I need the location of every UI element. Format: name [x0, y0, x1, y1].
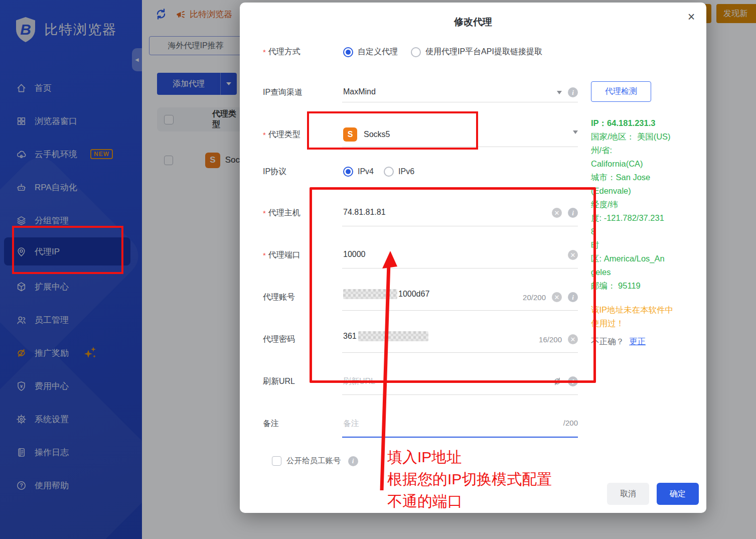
field-label-refresh-url: 刷新URL: [263, 376, 295, 387]
ip-line: 国家/地区： 美国(US): [591, 130, 691, 144]
ip-line: (Edenvale): [591, 184, 691, 198]
radio-api-extract-label: 使用代理IP平台API提取链接提取: [425, 47, 542, 57]
required-asterisk: *: [263, 209, 266, 217]
proxy-type-select[interactable]: S Socks5: [343, 127, 390, 142]
input-underline-focused: [342, 437, 578, 438]
ip-line: 州/省:: [591, 144, 691, 157]
remark-trailing: /200: [563, 419, 578, 427]
proxy-pass-trailing: 16/200 ✕: [539, 334, 578, 344]
socks5-badge-icon: S: [343, 127, 357, 142]
proxy-user-trailing: 20/200 ✕ i: [523, 292, 578, 302]
annotation-note: 填入IP地址 根据您的IP切换模式配置 不通的端口: [387, 446, 552, 512]
field-label-proxy-mode: * 代理方式: [263, 47, 300, 57]
ip-line: 城市：San Jose: [591, 171, 691, 184]
share-to-staff-row: 公开给员工账号 i: [272, 456, 358, 466]
radio-ipv4[interactable]: [343, 167, 353, 177]
char-counter: /200: [563, 419, 578, 427]
close-icon[interactable]: ×: [683, 9, 699, 25]
radio-ipv4-label: IPv4: [358, 167, 374, 176]
proxy-type-value: Socks5: [364, 130, 390, 139]
required-asterisk: *: [263, 251, 266, 259]
input-underline: [342, 394, 578, 395]
field-label-proxy-user: 代理账号: [263, 292, 295, 303]
ip-line: 经度/纬: [591, 198, 691, 211]
ip-line: 时: [591, 238, 691, 252]
clear-icon[interactable]: ✕: [568, 250, 578, 260]
info-icon[interactable]: i: [568, 87, 578, 97]
radio-custom-proxy-label: 自定义代理: [358, 47, 398, 57]
input-underline: [342, 268, 578, 268]
proxy-port-input[interactable]: 10000: [343, 250, 366, 259]
required-asterisk: *: [263, 130, 266, 139]
radio-custom-proxy[interactable]: [343, 47, 353, 57]
proxy-mode-radio-group: 自定义代理 使用代理IP平台API提取链接提取: [343, 47, 542, 57]
required-asterisk: *: [263, 48, 266, 56]
ip-line: 邮编： 95119: [591, 279, 691, 293]
field-label-proxy-type: * 代理类型: [263, 129, 300, 140]
proxy-user-visible: 1000d67: [398, 290, 429, 299]
ip-detection-result: IP：64.181.231.3 国家/地区： 美国(US) 州/省: Calif…: [591, 116, 691, 293]
ip-line: 区: America/Los_An: [591, 252, 691, 265]
ip-channel-trailing: i: [557, 87, 578, 97]
input-underline: [342, 226, 578, 226]
ip-line: 8: [591, 225, 691, 238]
ip-line: 度: -121.782/37.231: [591, 211, 691, 225]
field-label-remark: 备注: [263, 419, 279, 429]
refresh-url-trailing: i: [553, 376, 578, 386]
proxy-pass-visible: 361: [343, 332, 357, 341]
field-label-proxy-host: * 代理主机: [263, 208, 300, 218]
char-counter: 20/200: [523, 293, 546, 302]
ip-line: IP：64.181.231.3: [591, 116, 691, 130]
proxy-check-button[interactable]: 代理检测: [591, 81, 651, 102]
info-icon[interactable]: i: [568, 376, 578, 386]
field-label-proxy-port: * 代理端口: [263, 250, 300, 260]
ip-line: geles: [591, 265, 691, 279]
input-underline: [342, 102, 578, 102]
radio-api-extract[interactable]: [411, 47, 421, 57]
cancel-button[interactable]: 取消: [607, 483, 649, 505]
ip-unused-warning: 该IP地址未在本软件中 使用过！: [591, 303, 691, 330]
confirm-button[interactable]: 确定: [657, 483, 699, 505]
field-label-proxy-pass: 代理密码: [263, 334, 295, 345]
modal-title: 修改代理: [240, 16, 706, 29]
info-icon[interactable]: i: [348, 456, 358, 466]
field-label-ip-protocol: IP协议: [263, 167, 286, 177]
redacted-blur: [358, 331, 428, 341]
input-underline: [342, 352, 578, 353]
input-underline: [342, 147, 578, 147]
share-checkbox-label: 公开给员工账号: [286, 456, 341, 466]
info-icon[interactable]: i: [568, 208, 578, 218]
proxy-pass-input[interactable]: 361: [343, 331, 428, 341]
proxy-port-trailing: ✕: [568, 250, 578, 260]
incorrect-text: 不正确？: [591, 337, 624, 346]
remark-input[interactable]: 备注: [343, 419, 359, 429]
ip-line: California(CA): [591, 157, 691, 171]
app-window: B 比特浏览器 ◄ 首页 浏览器窗口 云手机环境 NEW RPA自动化 分组管理: [0, 0, 756, 539]
redacted-blur: [343, 289, 397, 299]
clear-icon[interactable]: ✕: [552, 292, 562, 302]
correct-link[interactable]: 更正: [629, 337, 646, 346]
ip-protocol-radio-group: IPv4 IPv6: [343, 167, 414, 177]
chevron-down-icon[interactable]: [573, 130, 578, 134]
input-underline: [342, 310, 578, 311]
share-checkbox[interactable]: [272, 456, 281, 466]
refresh-url-input[interactable]: 刷新URL: [343, 376, 375, 387]
radio-ipv6[interactable]: [384, 167, 394, 177]
proxy-host-input[interactable]: 74.81.81.81: [343, 208, 386, 217]
ip-channel-select[interactable]: MaxMind: [343, 87, 376, 96]
clear-icon[interactable]: ✕: [552, 208, 562, 218]
field-label-ip-channel: IP查询渠道: [263, 87, 303, 98]
clear-icon[interactable]: ✕: [568, 334, 578, 344]
proxy-host-trailing: ✕ i: [552, 208, 578, 218]
refresh-url-icon[interactable]: [553, 377, 562, 386]
info-icon[interactable]: i: [568, 292, 578, 302]
edit-proxy-modal: 修改代理 × * 代理方式 自定义代理 使用代理IP平台API提取链接提取 IP…: [240, 3, 706, 513]
proxy-type-trailing: [573, 130, 578, 134]
radio-ipv6-label: IPv6: [398, 167, 414, 176]
proxy-user-input[interactable]: 1000d67: [343, 289, 429, 299]
correction-row: 不正确？更正: [591, 336, 646, 347]
char-counter: 16/200: [539, 335, 562, 344]
chevron-down-icon[interactable]: [557, 91, 562, 94]
